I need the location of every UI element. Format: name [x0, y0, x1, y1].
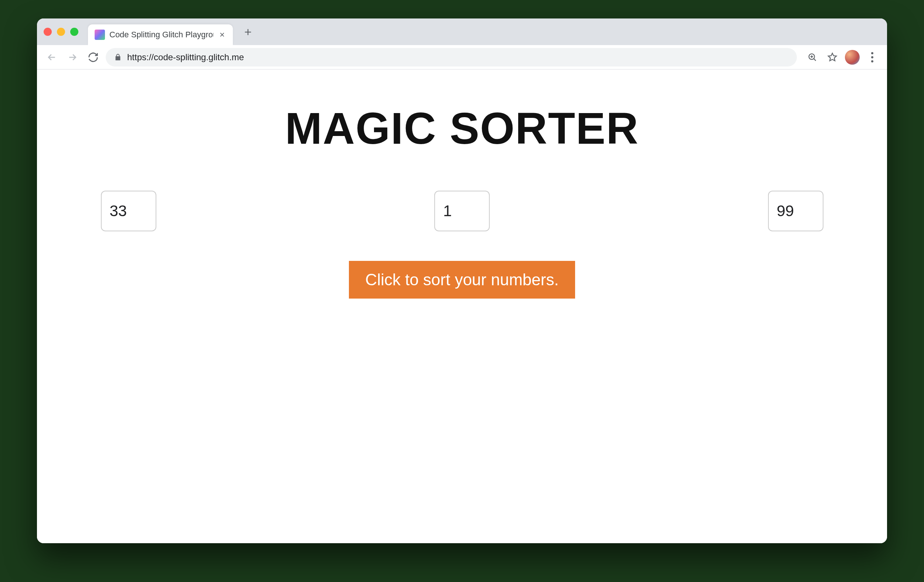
zoom-button[interactable]	[804, 49, 820, 65]
window-maximize-button[interactable]	[70, 28, 78, 36]
forward-button[interactable]	[64, 49, 81, 65]
window-minimize-button[interactable]	[57, 28, 65, 36]
window-controls	[44, 28, 78, 36]
number-input-3[interactable]	[768, 191, 823, 231]
tab-strip: Code Splitting Glitch Playgroun × +	[37, 18, 887, 45]
sort-button[interactable]: Click to sort your numbers.	[349, 261, 575, 298]
close-tab-icon[interactable]: ×	[218, 30, 226, 40]
address-bar[interactable]: https://code-splitting.glitch.me	[106, 48, 797, 66]
browser-toolbar: https://code-splitting.glitch.me	[37, 45, 887, 69]
arrow-left-icon	[46, 52, 57, 63]
tab-title: Code Splitting Glitch Playgroun	[109, 30, 214, 40]
back-button[interactable]	[44, 49, 60, 65]
browser-tab[interactable]: Code Splitting Glitch Playgroun ×	[88, 25, 233, 45]
reload-button[interactable]	[85, 49, 101, 65]
bookmark-button[interactable]	[824, 49, 840, 65]
lock-icon	[114, 53, 122, 61]
profile-button[interactable]	[844, 49, 860, 65]
number-input-2[interactable]	[434, 191, 490, 231]
avatar-icon	[845, 50, 860, 65]
zoom-icon	[807, 52, 818, 63]
star-icon	[827, 52, 838, 63]
more-menu-button[interactable]	[864, 49, 880, 65]
number-inputs-row	[101, 191, 823, 231]
toolbar-right	[804, 49, 880, 65]
reload-icon	[87, 52, 99, 63]
more-vert-icon	[871, 52, 873, 63]
favicon-icon	[95, 30, 105, 40]
new-tab-button[interactable]: +	[239, 23, 256, 40]
browser-window: Code Splitting Glitch Playgroun × + http…	[37, 18, 887, 543]
arrow-right-icon	[67, 52, 78, 63]
window-close-button[interactable]	[44, 28, 52, 36]
page-title: MAGIC SORTER	[285, 103, 639, 154]
url-text: https://code-splitting.glitch.me	[127, 52, 244, 63]
page-content: MAGIC SORTER Click to sort your numbers.	[37, 69, 887, 543]
number-input-1[interactable]	[101, 191, 156, 231]
